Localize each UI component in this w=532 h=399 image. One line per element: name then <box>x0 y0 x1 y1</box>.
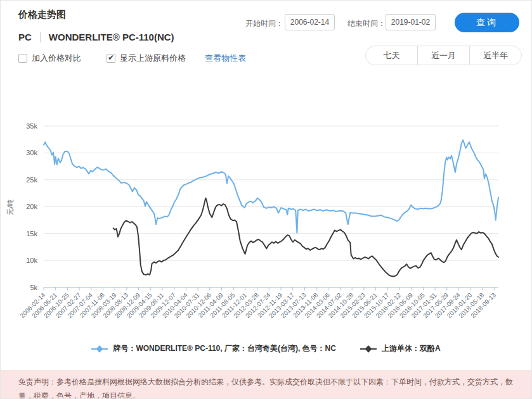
line-diamond-icon <box>360 345 377 353</box>
series-lines <box>44 140 498 276</box>
x-axis: 2006-02-142006-06-212006-10-252007-02-27… <box>18 288 498 320</box>
price-trend-chart: 5k10k15k20k25k30k35k2006-02-142006-06-21… <box>1 89 532 339</box>
compare-checkbox-label: 加入价格对比 <box>32 53 81 64</box>
compare-checkbox[interactable] <box>18 54 27 63</box>
upstream-checkbox-label: 显示上游原料价格 <box>120 53 186 64</box>
y-axis-title: 元/吨 <box>6 199 14 215</box>
upstream-checkbox[interactable]: ✔ <box>107 54 115 63</box>
check-icon: ✔ <box>108 54 114 61</box>
category-label: PC <box>18 32 32 42</box>
disclaimer-bar: 免责声明：参考价格是搜料网根据网络大数据拟合分析的结果，仅供参考。实际成交价取决… <box>1 370 532 399</box>
breadcrumb: PC WONDERLITE® PC-110(NC) <box>18 32 174 42</box>
svg-text:25k: 25k <box>26 176 37 184</box>
svg-text:35k: 35k <box>26 122 37 130</box>
breadcrumb-separator <box>40 32 41 42</box>
y-axis-labels: 5k10k15k20k25k30k35k <box>26 122 37 291</box>
range-button-6months[interactable]: 近半年 <box>469 46 521 65</box>
start-time-input[interactable] <box>285 14 335 30</box>
svg-text:30k: 30k <box>26 149 37 156</box>
page-title: 价格走势图 <box>18 9 66 21</box>
price-trend-page: 价格走势图 开始时间： 结束时间： 查询 PC WONDERLITE® PC-1… <box>0 0 532 399</box>
legend-item-pc110[interactable]: 牌号：WONDERLITE® PC-110, 厂家：台湾奇美(台湾), 色号：N… <box>91 343 336 354</box>
legend-item-bpa[interactable]: 上游单体：双酚A <box>360 343 441 354</box>
gridlines <box>44 126 498 260</box>
end-time-label: 结束时间： <box>347 18 386 29</box>
chart-canvas: 5k10k15k20k25k30k35k2006-02-142006-06-21… <box>1 89 532 339</box>
product-title: WONDERLITE® PC-110(NC) <box>49 32 174 42</box>
svg-text:10k: 10k <box>26 256 37 264</box>
legend-label: 牌号：WONDERLITE® PC-110, 厂家：台湾奇美(台湾), 色号：N… <box>113 343 336 354</box>
chart-legend: 牌号：WONDERLITE® PC-110, 厂家：台湾奇美(台湾), 色号：N… <box>1 343 531 354</box>
start-time-label: 开始时间： <box>245 18 283 29</box>
range-button-group: 七天 近一月 近半年 <box>365 46 522 65</box>
line-diamond-icon <box>91 345 108 353</box>
properties-link[interactable]: 查看物性表 <box>205 53 246 64</box>
svg-text:元/吨: 元/吨 <box>6 199 14 215</box>
options-row: 加入价格对比 ✔ 显示上游原料价格 查看物性表 <box>18 53 246 64</box>
range-button-1month[interactable]: 近一月 <box>417 46 469 65</box>
query-button[interactable]: 查询 <box>455 13 519 32</box>
svg-text:20k: 20k <box>26 203 37 210</box>
end-time-input[interactable] <box>386 14 436 30</box>
range-button-7days[interactable]: 七天 <box>366 46 417 65</box>
svg-text:5k: 5k <box>30 284 37 291</box>
legend-label: 上游单体：双酚A <box>382 343 441 354</box>
svg-text:15k: 15k <box>26 230 37 238</box>
